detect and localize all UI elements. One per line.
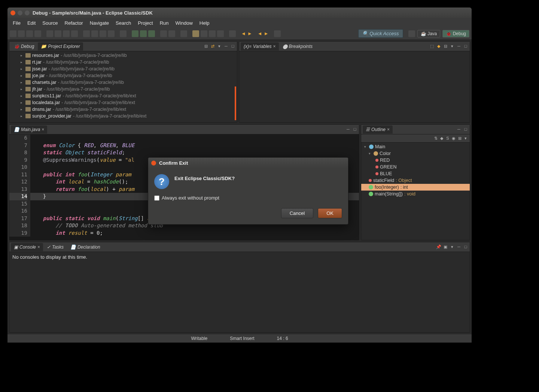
window-minimize-icon[interactable] — [18, 10, 22, 15]
hide-static-icon[interactable]: S — [445, 136, 450, 141]
minimize-icon[interactable]: ─ — [223, 44, 229, 49]
debug-icon[interactable] — [132, 30, 138, 37]
menu-edit[interactable]: Edit — [24, 19, 39, 27]
collapse-icon[interactable]: ⊟ — [443, 44, 448, 49]
skip-breakpoints-icon[interactable] — [120, 30, 127, 37]
window-maximize-icon[interactable] — [25, 10, 30, 15]
link-editor-icon[interactable]: ⇄ — [210, 44, 215, 49]
toggle-mark-icon[interactable] — [192, 30, 199, 37]
hide-nonpublic-icon[interactable]: ◉ — [451, 136, 456, 141]
hide-fields-icon[interactable]: ◆ — [439, 136, 444, 141]
tab-project-explorer[interactable]: 📁 Project Explorer — [38, 42, 83, 51]
maximize-icon[interactable]: □ — [463, 44, 468, 49]
outline-enum[interactable]: ▾Color — [361, 150, 470, 157]
run-icon[interactable] — [140, 30, 147, 37]
print-icon[interactable] — [34, 30, 41, 37]
menu-source[interactable]: Source — [39, 19, 61, 27]
open-type-icon[interactable] — [180, 30, 187, 37]
save-all-icon[interactable] — [26, 30, 33, 37]
pin-console-icon[interactable]: 📌 — [436, 244, 441, 250]
quick-access-input[interactable]: 🔍 Quick Access — [358, 29, 403, 38]
open-perspective-icon[interactable] — [408, 30, 415, 37]
save-icon[interactable] — [18, 30, 25, 37]
menu-help[interactable]: Help — [197, 19, 213, 27]
pin-icon[interactable] — [274, 30, 281, 37]
open-console-icon[interactable]: ▾ — [450, 244, 455, 250]
tab-breakpoints[interactable]: ⬤ Breakpoints — [280, 42, 316, 51]
perspective-debug[interactable]: 🐞 Debug — [442, 30, 469, 37]
perspective-java[interactable]: ☕ Java — [417, 30, 441, 37]
show-whitespace-icon[interactable] — [209, 30, 216, 37]
tab-console[interactable]: ▣ Console × — [11, 243, 43, 251]
console-body[interactable]: No consoles to display at this time. — [9, 252, 470, 332]
maximize-icon[interactable]: □ — [230, 44, 235, 49]
show-type-icon[interactable]: ⬚ — [429, 44, 435, 49]
outline-field[interactable]: staticField : Object — [361, 177, 470, 184]
new-package-icon[interactable] — [168, 30, 175, 37]
menu-search[interactable]: Search — [113, 19, 134, 27]
view-menu-icon[interactable]: ▾ — [450, 44, 455, 49]
hide-local-icon[interactable]: ⊞ — [457, 136, 462, 141]
show-logical-icon[interactable]: ◆ — [436, 44, 441, 49]
outline-enum-const[interactable]: GREEN — [361, 164, 470, 170]
menu-project[interactable]: Project — [135, 19, 156, 27]
outline-method-main[interactable]: main(String[]) : void — [361, 191, 470, 197]
disconnect-icon[interactable] — [71, 30, 78, 37]
menu-file[interactable]: File — [10, 19, 24, 27]
scrollbar-thumb[interactable] — [235, 86, 236, 120]
menu-run[interactable]: Run — [157, 19, 172, 27]
sort-icon[interactable]: ⇅ — [433, 136, 438, 141]
outline-enum-const[interactable]: BLUE — [361, 170, 470, 177]
drop-frame-icon[interactable] — [108, 30, 115, 37]
tab-variables[interactable]: (x)= Variables × — [241, 42, 279, 51]
next-edit-icon[interactable]: ► — [264, 31, 269, 36]
outline-tree[interactable]: ▾Main ▾Color RED GREEN BLUE staticField … — [361, 143, 470, 240]
dialog-close-icon[interactable] — [151, 161, 156, 165]
outline-method-foo[interactable]: foo(Integer) : int — [361, 184, 470, 191]
always-exit-checkbox[interactable] — [154, 195, 159, 201]
forward-icon[interactable]: ► — [247, 31, 252, 36]
tab-outline[interactable]: ☰ Outline × — [363, 125, 393, 134]
menu-window[interactable]: Window — [173, 19, 196, 27]
step-over-icon[interactable] — [91, 30, 98, 37]
collapse-all-icon[interactable]: ⊟ — [203, 44, 208, 49]
project-tree[interactable]: ▸resources.jar - /usr/lib/jvm/java-7-ora… — [9, 51, 237, 122]
step-into-icon[interactable] — [83, 30, 90, 37]
minimize-icon[interactable]: ─ — [456, 244, 462, 250]
run-last-icon[interactable] — [148, 30, 155, 37]
ok-button[interactable]: OK — [318, 208, 342, 218]
terminate-icon[interactable] — [63, 30, 70, 37]
minimize-icon[interactable]: ─ — [345, 127, 351, 132]
next-annotation-icon[interactable] — [229, 30, 236, 37]
suspend-icon[interactable] — [55, 30, 61, 37]
resume-icon[interactable] — [46, 30, 53, 37]
toggle-breadcrumb-icon[interactable] — [217, 30, 224, 37]
tree-item: ▸charsets.jar - /usr/lib/jvm/java-7-orac… — [9, 79, 237, 86]
outline-enum-const[interactable]: RED — [361, 157, 470, 164]
back-icon[interactable]: ◄ — [241, 31, 246, 36]
variables-body[interactable] — [239, 51, 470, 122]
menu-navigate[interactable]: Navigate — [87, 19, 112, 27]
minimize-icon[interactable]: ─ — [456, 44, 462, 49]
new-class-icon[interactable] — [160, 30, 167, 37]
new-icon[interactable] — [10, 30, 16, 37]
maximize-icon[interactable]: □ — [463, 127, 468, 132]
tab-editor-main[interactable]: 📄 Main.java × — [11, 125, 47, 134]
cancel-button[interactable]: Cancel — [281, 208, 313, 218]
tab-declaration[interactable]: 📄 Declaration — [67, 243, 103, 251]
outline-class[interactable]: ▾Main — [361, 143, 470, 150]
prev-edit-icon[interactable]: ◄ — [258, 31, 262, 36]
view-menu-icon[interactable]: ▾ — [217, 44, 222, 49]
display-console-icon[interactable]: ▣ — [443, 244, 448, 250]
minimize-icon[interactable]: ─ — [456, 127, 462, 132]
menu-refactor[interactable]: Refactor — [62, 19, 86, 27]
toggle-block-icon[interactable] — [201, 30, 207, 37]
view-menu-icon[interactable]: ▾ — [463, 136, 468, 141]
quick-access-placeholder: Quick Access — [369, 31, 399, 36]
maximize-icon[interactable]: □ — [352, 127, 357, 132]
step-return-icon[interactable] — [100, 30, 106, 37]
tab-tasks[interactable]: ✓ Tasks — [44, 243, 67, 251]
window-close-icon[interactable] — [10, 10, 15, 15]
tab-debug[interactable]: 🐞 Debug — [11, 42, 37, 51]
maximize-icon[interactable]: □ — [463, 244, 468, 250]
